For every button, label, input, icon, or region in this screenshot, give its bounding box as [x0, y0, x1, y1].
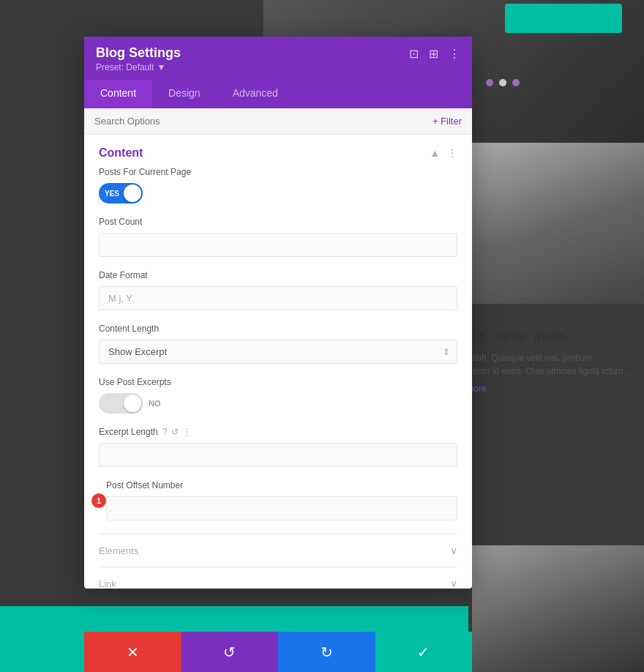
excerpt-length-label: Excerpt Length ? ↺ ⋮ [99, 427, 457, 437]
content-length-field: Content Length Show Excerpt Full Content… [99, 324, 457, 364]
content-area: Content ▲ ⋮ Posts For Current Page YES P… [84, 135, 472, 589]
content-length-label: Content Length [99, 324, 457, 334]
fullscreen-icon[interactable]: ⊡ [409, 47, 419, 61]
post-offset-field: 1 Post Offset Number 4 [99, 480, 457, 520]
section-more-icon[interactable]: ⋮ [447, 147, 457, 159]
search-input[interactable] [94, 116, 433, 127]
link-section[interactable]: Link ∨ [99, 567, 457, 589]
modal-title: Blog Settings [96, 45, 181, 61]
post-offset-label: Post Offset Number [106, 480, 457, 490]
dot-indicators [486, 79, 520, 86]
search-bar: + Filter [84, 108, 472, 135]
action-bar: ✕ ↺ ↻ ✓ [84, 632, 472, 672]
modal-title-group: Blog Settings Preset: Default ▼ [96, 45, 181, 72]
modal-preset[interactable]: Preset: Default ▼ [96, 62, 181, 72]
excerpt-length-input[interactable]: 130 [99, 443, 457, 467]
toggle-wrapper-excerpts: NO [99, 393, 457, 414]
split-icon[interactable]: ⊞ [429, 47, 438, 61]
section-header-icons: ▲ ⋮ [430, 147, 457, 159]
dot-2 [499, 79, 506, 86]
error-badge: 1 [91, 493, 106, 508]
content-length-select[interactable]: Show Excerpt Full Content [99, 340, 457, 364]
posts-for-current-page-label: Posts For Current Page [99, 167, 457, 177]
content-section-header: Content ▲ ⋮ [99, 135, 457, 167]
toggle-knob [124, 184, 141, 202]
toggle-no-label: NO [149, 399, 161, 408]
blog-image-2 [472, 545, 644, 672]
link-chevron-icon: ∨ [450, 578, 457, 589]
use-post-excerpts-label: Use Post Excerpts [99, 377, 457, 387]
excerpt-length-field: Excerpt Length ? ↺ ⋮ 130 [99, 427, 457, 467]
post-count-label: Post Count [99, 217, 457, 227]
undo-button[interactable]: ↺ [181, 632, 279, 672]
date-format-field: Date Format [99, 270, 457, 310]
elements-label: Elements [99, 545, 138, 556]
tab-content[interactable]: Content [84, 80, 152, 108]
tabs-bar: Content Design Advanced [84, 80, 472, 108]
use-post-excerpts-field: Use Post Excerpts NO [99, 377, 457, 414]
post-offset-input[interactable]: 4 [106, 496, 457, 520]
posts-toggle[interactable]: YES [99, 183, 143, 204]
posts-for-current-page-field: Posts For Current Page YES [99, 167, 457, 204]
toggle-wrapper-posts: YES [99, 183, 457, 204]
elements-section[interactable]: Elements ∨ [99, 534, 457, 567]
blog-settings-modal: Blog Settings Preset: Default ▼ ⊡ ⊞ ⋮ Co… [84, 37, 472, 589]
section-title: Content [99, 146, 143, 160]
filter-button[interactable]: + Filter [433, 116, 462, 127]
post-count-input[interactable]: 8 [99, 233, 457, 257]
excerpts-toggle[interactable] [99, 393, 143, 414]
tab-design[interactable]: Design [152, 80, 217, 108]
dot-1 [486, 79, 493, 86]
toggle-knob-excerpts [124, 395, 141, 412]
collapse-icon[interactable]: ▲ [430, 147, 440, 159]
toggle-yes-label: YES [105, 190, 119, 198]
blog-preview-body: ectus nibh. Quisque velit nisi, pretium … [446, 351, 637, 378]
redo-button[interactable]: ↻ [278, 632, 375, 672]
modal-header: Blog Settings Preset: Default ▼ ⊡ ⊞ ⋮ [84, 37, 472, 80]
post-count-field: Post Count 8 [99, 217, 457, 257]
date-format-input[interactable] [99, 286, 457, 310]
reset-icon[interactable]: ↺ [171, 427, 179, 437]
more-options-icon[interactable]: ⋮ [183, 427, 192, 437]
content-length-select-wrapper: Show Excerpt Full Content ⇕ [99, 340, 457, 364]
read-more-link[interactable]: read more [446, 384, 637, 394]
confirm-button[interactable]: ✓ [375, 632, 473, 672]
dot-3 [512, 79, 520, 86]
date-format-label: Date Format [99, 270, 457, 280]
elements-chevron-icon: ∨ [450, 545, 457, 556]
link-label: Link [99, 578, 116, 589]
tab-advanced[interactable]: Advanced [217, 80, 294, 108]
help-icon[interactable]: ? [162, 427, 168, 437]
modal-header-icons: ⊡ ⊞ ⋮ [409, 47, 460, 61]
blog-preview-title: velit esse quam [446, 329, 637, 344]
more-icon[interactable]: ⋮ [449, 47, 460, 61]
cancel-button[interactable]: ✕ [84, 632, 181, 672]
blog-image [472, 143, 644, 304]
